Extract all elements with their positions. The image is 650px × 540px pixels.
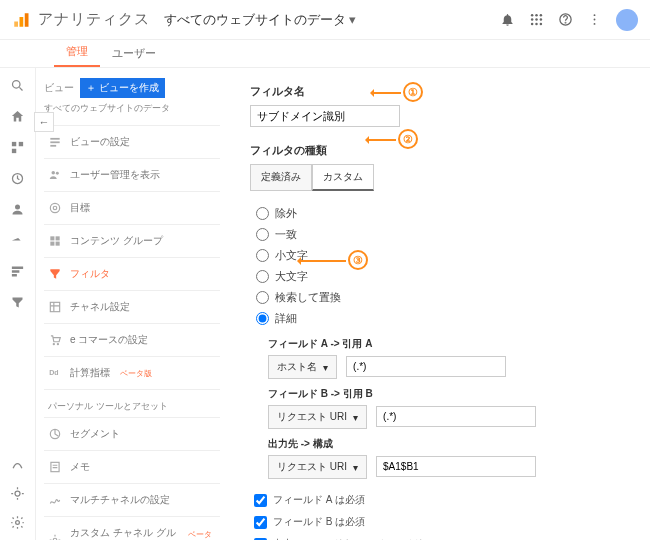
sidebar-item[interactable]: メモ (44, 450, 220, 483)
svg-point-11 (540, 23, 543, 26)
sidebar-item-label: e コマースの設定 (70, 333, 148, 347)
tab-user[interactable]: ユーザー (100, 40, 168, 67)
behavior-icon[interactable] (10, 264, 25, 279)
svg-point-34 (53, 206, 57, 210)
beta-badge: ベータ版 (188, 529, 216, 540)
output-select[interactable]: リクエスト URI▾ (268, 455, 367, 479)
realtime-icon[interactable] (10, 171, 25, 186)
attribution-icon[interactable] (10, 457, 25, 472)
back-button[interactable]: ← (34, 112, 54, 132)
all-views-text[interactable]: すべてのウェブサイトのデータ (44, 102, 220, 115)
topbar: アナリティクス すべてのウェブサイトのデータ▾ (0, 0, 650, 40)
help-icon[interactable] (558, 12, 573, 27)
tab-admin[interactable]: 管理 (54, 38, 100, 67)
svg-rect-20 (12, 149, 16, 153)
radio-advanced[interactable]: 詳細 (256, 308, 632, 329)
search-icon[interactable] (10, 78, 25, 93)
view-label: ビュー (44, 81, 74, 95)
sidebar-item[interactable]: ユーザー管理を表示 (44, 158, 220, 191)
sidebar-item[interactable]: フィルタ (44, 257, 220, 290)
output-pattern-input[interactable] (376, 456, 536, 477)
analytics-logo-icon (12, 11, 30, 29)
sidebar-item[interactable]: Dd計算指標ベータ版 (44, 356, 220, 389)
radio-include[interactable]: 一致 (256, 224, 632, 245)
sidebar-item-label: チャネル設定 (70, 300, 130, 314)
discover-icon[interactable] (10, 486, 25, 501)
svg-rect-2 (25, 13, 29, 27)
radio-uppercase[interactable]: 大文字 (256, 266, 632, 287)
radio-search-replace[interactable]: 検索して置換 (256, 287, 632, 308)
dropdown-icon: ▾ (349, 12, 356, 27)
conversion-icon[interactable] (10, 295, 25, 310)
content-icon (48, 234, 62, 248)
svg-point-6 (531, 18, 534, 21)
svg-point-3 (531, 14, 534, 17)
filter-name-input[interactable] (250, 105, 400, 127)
sidebar-item-label: メモ (70, 460, 90, 474)
svg-rect-1 (20, 17, 24, 27)
sidebar-item-label: マルチチャネルの設定 (70, 493, 170, 507)
sidebar-item[interactable]: コンテンツ グループ (44, 224, 220, 257)
filter-name-label: フィルタ名 (250, 84, 632, 99)
beta-badge: ベータ版 (120, 368, 152, 379)
svg-rect-25 (12, 274, 17, 277)
sidebar-item[interactable]: チャネル設定 (44, 290, 220, 323)
bell-icon[interactable] (500, 12, 515, 27)
side-column: ビュー ＋ ビューを作成 すべてのウェブサイトのデータ ビューの設定ユーザー管理… (36, 68, 228, 540)
field-b-pattern-input[interactable] (376, 406, 536, 427)
svg-point-4 (535, 14, 538, 17)
view-selector[interactable]: すべてのウェブサイトのデータ▾ (164, 11, 356, 29)
sidebar-item[interactable]: 目標 (44, 191, 220, 224)
field-b-select[interactable]: リクエスト URI▾ (268, 405, 367, 429)
cog-icon (48, 533, 62, 540)
callout-1: ① (403, 82, 423, 102)
settings-icon (48, 135, 62, 149)
sidebar-item[interactable]: e コマースの設定 (44, 323, 220, 356)
apps-icon[interactable] (529, 12, 544, 27)
field-a-select[interactable]: ホスト名▾ (268, 355, 337, 379)
svg-rect-18 (12, 142, 16, 146)
svg-rect-30 (50, 145, 56, 147)
dd-icon: Dd (48, 366, 62, 380)
svg-point-16 (594, 23, 596, 25)
cart-icon (48, 333, 62, 347)
radio-exclude[interactable]: 除外 (256, 203, 632, 224)
sidebar-item[interactable]: マルチチャネルの設定 (44, 483, 220, 516)
svg-point-10 (535, 23, 538, 26)
sidebar-item-label: セグメント (70, 427, 120, 441)
avatar[interactable] (616, 9, 638, 31)
svg-point-22 (15, 205, 20, 210)
svg-text:Dd: Dd (49, 369, 58, 376)
type-custom-tab[interactable]: カスタム (312, 164, 374, 191)
type-predefined-tab[interactable]: 定義済み (250, 164, 312, 191)
note-icon (48, 460, 62, 474)
filter-type-label: フィルタの種類 (250, 143, 632, 158)
filter-icon (48, 267, 62, 281)
radio-lowercase[interactable]: 小文字 (256, 245, 632, 266)
svg-rect-0 (14, 21, 18, 26)
svg-rect-39 (50, 302, 59, 311)
more-icon[interactable] (587, 12, 602, 27)
sidebar-item-label: フィルタ (70, 267, 110, 281)
create-view-button[interactable]: ＋ ビューを作成 (80, 78, 165, 98)
svg-point-26 (15, 491, 20, 496)
sidebar-item[interactable]: カスタム チャネル グループベータ版 (44, 516, 220, 540)
sidebar-item[interactable]: セグメント (44, 417, 220, 450)
audience-icon[interactable] (10, 202, 25, 217)
chk-override-output[interactable]: 出力フィールドをオーバーライド (254, 533, 632, 540)
goal-icon (48, 201, 62, 215)
svg-point-8 (540, 18, 543, 21)
callout-arrow-1 (371, 92, 401, 94)
svg-rect-28 (50, 138, 59, 140)
admin-icon[interactable] (10, 515, 25, 530)
customize-icon[interactable] (10, 140, 25, 155)
home-icon[interactable] (10, 109, 25, 124)
sidebar-item[interactable]: ビューの設定 (44, 125, 220, 158)
chk-field-a-required[interactable]: フィールド A は必須 (254, 489, 632, 511)
acquisition-icon[interactable] (10, 233, 25, 248)
section-header: パーソナル ツールとアセット (44, 389, 220, 417)
svg-point-13 (565, 22, 566, 23)
chk-field-b-required[interactable]: フィールド B は必須 (254, 511, 632, 533)
field-a-pattern-input[interactable] (346, 356, 506, 377)
svg-point-31 (52, 171, 56, 175)
